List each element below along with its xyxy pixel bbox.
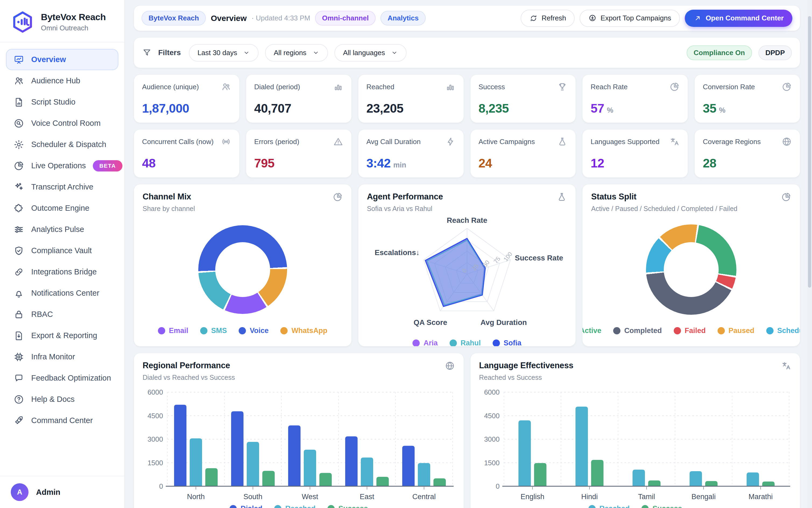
page-title: Overview (211, 14, 246, 23)
sidebar-item-analytics-pulse[interactable]: Analytics Pulse (6, 219, 118, 240)
sidebar-item-label: Outcome Engine (31, 204, 89, 213)
language-effectiveness-legend: ReachedSuccess (479, 505, 791, 508)
sidebar-item-compliance-vault[interactable]: Compliance Vault (6, 240, 118, 261)
legend-item-success[interactable]: Success (642, 505, 682, 508)
sidebar-item-scheduler-dispatch[interactable]: Scheduler & Dispatch (6, 134, 118, 155)
legend-item-reached[interactable]: Reached (274, 505, 316, 508)
sidebar-user[interactable]: A Admin (0, 476, 124, 508)
sidebar-item-audience-hub[interactable]: Audience Hub (6, 70, 118, 91)
search-circle-icon (13, 118, 24, 129)
chevron-down-icon (312, 49, 319, 56)
kpi-card-coverage-regions: Coverage Regions28 (694, 129, 800, 178)
legend-item-completed[interactable]: Completed (613, 327, 662, 335)
kpi-card-reach-rate: Reach Rate57% (582, 75, 688, 123)
export-top-campaigns-button[interactable]: Export Top Campaigns (580, 10, 680, 27)
legend-item-email[interactable]: Email (158, 327, 188, 335)
charts-row: Channel Mix Share by channel EmailSMSVoi… (134, 184, 800, 346)
kpi-value: 1,87,000 (142, 101, 189, 116)
status-split-legend: ActiveCompletedFailedPausedScheduled (591, 327, 791, 339)
document-download-icon (13, 330, 24, 341)
legend-item-dialed[interactable]: Dialed (230, 505, 262, 508)
sidebar-item-notifications-center[interactable]: Notifications Center (6, 283, 118, 304)
legend-item-voice[interactable]: Voice (239, 327, 269, 335)
sidebar-item-label: Scheduler & Dispatch (31, 140, 106, 149)
scrollbar-track[interactable] (807, 0, 812, 508)
sidebar-item-label: Help & Docs (31, 395, 75, 404)
refresh-button[interactable]: Refresh (520, 10, 575, 27)
sidebar-item-rbac[interactable]: RBAC (6, 304, 118, 325)
legend-item-reached[interactable]: Reached (588, 505, 630, 508)
language-effectiveness-chart[interactable]: 01500300045006000EnglishHindiTamilBengal… (479, 387, 791, 503)
legend-item-rahul[interactable]: Rahul (450, 339, 481, 346)
legend-item-success[interactable]: Success (327, 505, 368, 508)
svg-text:English: English (520, 493, 544, 501)
legend-item-paused[interactable]: Paused (718, 327, 755, 335)
scrollbar-thumb[interactable] (808, 16, 811, 288)
regional-performance-card: Regional Performance Dialed vs Reached v… (134, 353, 464, 508)
bell-icon (13, 288, 24, 299)
regional-performance-legend: DialedReachedSuccess (143, 505, 455, 508)
lock-icon (13, 309, 24, 320)
dpdp-badge: DPDP (759, 45, 792, 60)
legend-label: Email (169, 327, 188, 335)
channel-mix-legend: EmailSMSVoiceWhatsApp (143, 327, 343, 339)
sidebar-item-help-docs[interactable]: Help & Docs (6, 389, 118, 410)
sidebar-item-infra-monitor[interactable]: Infra Monitor (6, 346, 118, 368)
legend-item-failed[interactable]: Failed (674, 327, 706, 335)
legend-label: Rahul (461, 339, 481, 346)
legend-dot (413, 339, 420, 346)
sidebar-item-feedback-optimization[interactable]: Feedback Optimization (6, 368, 118, 389)
status-split-card: Status Split Active / Paused / Scheduled… (582, 184, 800, 346)
sidebar-item-voice-control-room[interactable]: Voice Control Room (6, 113, 118, 134)
svg-text:West: West (302, 493, 318, 501)
svg-text:Central: Central (412, 493, 436, 501)
bar-chart-icon (445, 82, 456, 92)
kpi-value: 24 (479, 156, 492, 170)
main-content: ByteVox Reach Overview · Updated 4:33 PM… (125, 0, 812, 508)
sidebar-item-export-reporting[interactable]: Export & Reporting (6, 325, 118, 346)
donut-hole (664, 242, 719, 297)
filter-select-last-30-days[interactable]: Last 30 days (189, 44, 259, 61)
channel-mix-donut[interactable] (198, 225, 287, 314)
legend-item-whatsapp[interactable]: WhatsApp (280, 327, 327, 335)
legend-item-scheduled[interactable]: Scheduled (766, 327, 800, 335)
kpi-value: 8,235 (479, 101, 509, 116)
open-command-center-button[interactable]: Open Command Center (685, 10, 792, 27)
kpi-label: Reached (366, 83, 394, 91)
legend-item-sms[interactable]: SMS (200, 327, 227, 335)
legend-dot (642, 505, 649, 508)
app-subtitle: Omni Outreach (41, 24, 106, 32)
language-effectiveness-card: Language Effectiveness Reached vs Succes… (470, 353, 801, 508)
svg-text:Escalations↓: Escalations↓ (375, 248, 420, 257)
puzzle-icon (13, 203, 24, 214)
legend-dot (674, 327, 681, 334)
filter-select-all-regions[interactable]: All regions (265, 44, 328, 61)
kpi-label: Audience (unique) (142, 83, 199, 91)
legend-label: Failed (685, 327, 706, 335)
pie-icon (13, 161, 24, 171)
legend-item-sofia[interactable]: Sofia (493, 339, 521, 346)
gear-icon (13, 139, 24, 150)
kpi-card-success: Success8,235 (470, 75, 576, 123)
filter-select-all-languages[interactable]: All languages (335, 44, 407, 61)
top-header-bar: ByteVox Reach Overview · Updated 4:33 PM… (134, 5, 800, 31)
broadcast-icon (221, 136, 231, 147)
sidebar-item-integrations-bridge[interactable]: Integrations Bridge (6, 261, 118, 283)
legend-dot (718, 327, 725, 334)
legend-item-aria[interactable]: Aria (413, 339, 438, 346)
legend-dot (613, 327, 620, 334)
sidebar-item-live-operations[interactable]: Live OperationsBETA (6, 155, 118, 176)
sidebar-item-overview[interactable]: Overview (6, 49, 118, 70)
regional-performance-chart[interactable]: 01500300045006000NorthSouthWestEastCentr… (143, 387, 455, 503)
kpi-unit: min (393, 161, 406, 169)
status-split-donut[interactable] (646, 224, 736, 315)
channel-mix-card: Channel Mix Share by channel EmailSMSVoi… (134, 184, 352, 346)
sidebar-item-outcome-engine[interactable]: Outcome Engine (6, 198, 118, 219)
sidebar-item-script-studio[interactable]: Script Studio (6, 91, 118, 113)
legend-item-active[interactable]: Active (582, 327, 601, 335)
avatar[interactable]: A (11, 483, 29, 501)
sidebar-item-command-center[interactable]: Command Center (6, 410, 118, 431)
sidebar-item-label: Notifications Center (31, 289, 99, 298)
sidebar-item-transcript-archive[interactable]: Transcript Archive (6, 176, 118, 198)
agent-performance-radar[interactable]: Reach RateSuccess RateAvg DurationQA Sco… (367, 213, 567, 339)
